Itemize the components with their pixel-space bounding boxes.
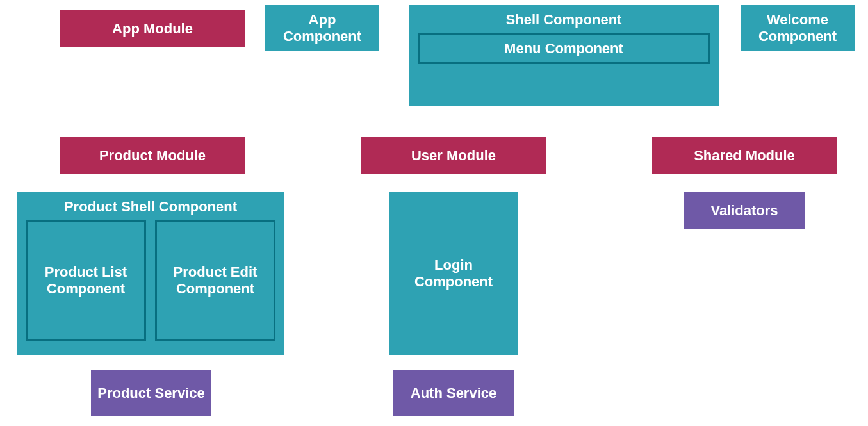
shell-component-title: Shell Component (418, 12, 710, 28)
product-list-component-box: Product List Component (26, 220, 146, 341)
product-service-label: Product Service (97, 385, 205, 402)
validators-label: Validators (710, 202, 778, 219)
product-list-component-label: Product List Component (31, 264, 140, 298)
menu-component-label: Menu Component (504, 40, 623, 57)
app-component-label: App Component (272, 12, 373, 45)
login-component-label: Login Component (396, 257, 511, 291)
product-module-label: Product Module (99, 147, 206, 164)
app-component-box: App Component (265, 5, 379, 51)
shared-module-label: Shared Module (694, 147, 795, 164)
user-module-box: User Module (361, 137, 546, 174)
user-module-label: User Module (411, 147, 496, 164)
shared-module-box: Shared Module (652, 137, 837, 174)
product-edit-component-box: Product Edit Component (155, 220, 275, 341)
app-module-box: App Module (60, 10, 245, 47)
product-service-box: Product Service (91, 370, 211, 416)
product-edit-component-label: Product Edit Component (161, 264, 270, 298)
welcome-component-box: Welcome Component (741, 5, 855, 51)
login-component-box: Login Component (389, 192, 518, 355)
welcome-component-label: Welcome Component (747, 12, 848, 45)
validators-box: Validators (684, 192, 805, 229)
auth-service-label: Auth Service (411, 385, 497, 402)
shell-component-container: Shell Component Menu Component (409, 5, 719, 106)
product-shell-container: Product Shell Component Product List Com… (17, 192, 284, 355)
menu-component-box: Menu Component (418, 33, 710, 64)
app-module-label: App Module (112, 20, 193, 37)
auth-service-box: Auth Service (393, 370, 514, 416)
product-shell-title: Product Shell Component (26, 199, 275, 215)
product-module-box: Product Module (60, 137, 245, 174)
